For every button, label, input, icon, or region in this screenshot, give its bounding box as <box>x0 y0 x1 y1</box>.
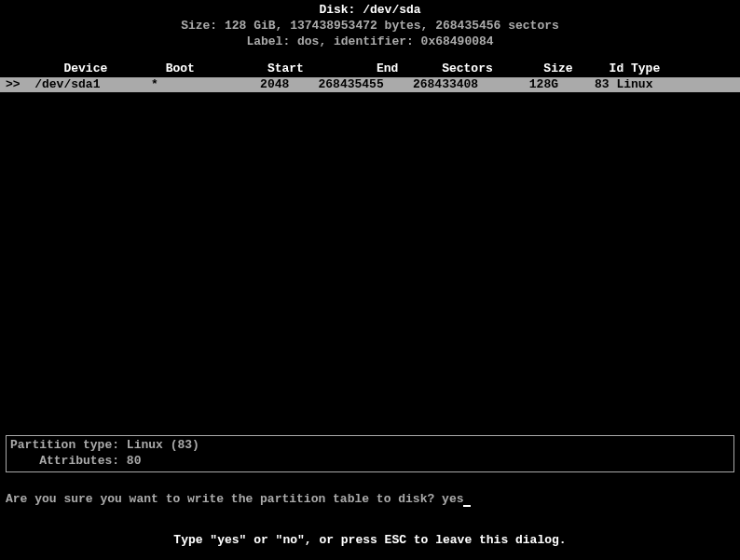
row-device: /dev/sda1 <box>34 77 100 91</box>
prompt-question: Are you sure you want to write the parti… <box>6 492 442 506</box>
row-boot: * <box>151 77 158 91</box>
partition-table: Device Boot Start End Sectors Size Id Ty… <box>0 61 740 93</box>
attributes-label: Attributes: <box>39 454 119 468</box>
partition-info-box: Partition type: Linux (83) Attributes: 8… <box>6 435 734 472</box>
table-row[interactable]: >> /dev/sda1 * 2048 268435455 268433408 … <box>0 77 740 93</box>
partition-type-value: Linux (83) <box>127 438 199 452</box>
footer-hint: Type "yes" or "no", or press ESC to leav… <box>0 533 740 549</box>
disk-title-line: Disk: /dev/sda <box>0 3 740 19</box>
col-type: Type <box>631 61 660 75</box>
disk-label-line: Label: dos, identifier: 0x68490084 <box>0 34 740 50</box>
col-device: Device <box>63 61 107 75</box>
attributes-value: 80 <box>127 454 142 468</box>
col-id: Id <box>610 61 624 75</box>
col-start: Start <box>267 61 304 75</box>
disk-path: /dev/sda <box>363 3 420 17</box>
row-sectors: 268433408 <box>413 77 478 91</box>
row-type: Linux <box>616 77 652 91</box>
partition-type-line: Partition type: Linux (83) <box>10 438 730 454</box>
table-header-row: Device Boot Start End Sectors Size Id Ty… <box>0 61 740 77</box>
disk-size-line: Size: 128 GiB, 137438953472 bytes, 26843… <box>0 19 740 34</box>
row-end: 268435455 <box>319 77 384 91</box>
text-cursor <box>463 505 471 507</box>
col-boot: Boot <box>166 61 195 75</box>
confirm-prompt[interactable]: Are you sure you want to write the parti… <box>6 492 471 508</box>
row-start: 2048 <box>260 77 289 91</box>
col-sectors: Sectors <box>442 61 493 75</box>
prompt-input[interactable]: yes <box>442 492 463 506</box>
partition-type-label: Partition type: <box>10 438 119 452</box>
row-cursor: >> <box>6 77 21 91</box>
attributes-line: Attributes: 80 <box>10 454 730 470</box>
disk-header: Disk: /dev/sda Size: 128 GiB, 1374389534… <box>0 0 740 50</box>
row-id: 83 <box>595 77 610 91</box>
col-size: Size <box>543 61 572 75</box>
row-size: 128G <box>529 77 558 91</box>
col-end: End <box>377 61 398 75</box>
disk-label: Disk: <box>319 3 363 17</box>
